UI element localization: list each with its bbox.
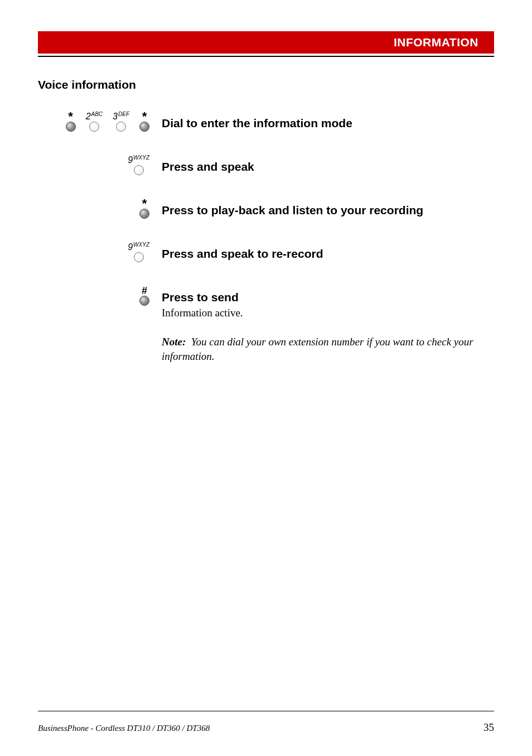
instr-row-dial: * 2ABC 3DEF * Dial to enter the informat…	[38, 113, 494, 132]
footer-page-number: 35	[483, 721, 494, 734]
key-hash: #	[139, 287, 149, 306]
key-three: 3DEF	[113, 113, 129, 132]
header-title: INFORMATION	[394, 36, 478, 49]
footer-rule	[38, 711, 494, 711]
key-nine: 9WXYZ	[128, 156, 149, 175]
instr-row-rerecord: 9WXYZ Press and speak to re-record	[38, 243, 494, 262]
key-circle-icon	[134, 252, 144, 262]
key-area: 9WXYZ	[38, 156, 149, 175]
key-area: 9WXYZ	[38, 243, 149, 262]
instr-main-text: Press to send	[162, 290, 494, 305]
key-two-letters: ABC	[91, 110, 103, 118]
key-star-symbol: *	[142, 113, 147, 121]
instr-main-text: Press and speak to re-record	[162, 247, 494, 261]
instr-row-speak: 9WXYZ Press and speak	[38, 156, 494, 175]
key-three-digit: 3	[113, 113, 118, 121]
note-text: You can dial your own extension number i…	[162, 336, 473, 362]
instr-text: Press to play-back and listen to your re…	[162, 200, 494, 218]
note-label: Note:	[162, 336, 186, 348]
key-star: *	[66, 113, 76, 132]
note-block: Note: You can dial your own extension nu…	[162, 335, 494, 363]
instruction-list: * 2ABC 3DEF * Dial to enter the informat…	[38, 113, 494, 319]
key-circle-icon	[116, 122, 126, 132]
instr-text: Dial to enter the information mode	[162, 113, 494, 131]
key-circle-icon	[89, 122, 99, 132]
instr-sub-text: Information active.	[162, 307, 494, 319]
instr-row-playback: * Press to play-back and listen to your …	[38, 200, 494, 219]
key-two-digit: 2	[86, 113, 91, 121]
header-bar: INFORMATION	[38, 31, 494, 54]
footer-row: BusinessPhone - Cordless DT310 / DT360 /…	[38, 721, 494, 734]
key-circle-icon	[139, 209, 149, 219]
footer-doc-title: BusinessPhone - Cordless DT310 / DT360 /…	[38, 724, 210, 733]
key-star: *	[139, 113, 149, 132]
section-heading: Voice information	[38, 78, 494, 92]
key-nine-digit: 9	[128, 243, 133, 251]
instr-main-text: Press to play-back and listen to your re…	[162, 203, 494, 218]
key-two: 2ABC	[86, 113, 103, 132]
key-area: #	[38, 287, 149, 306]
instr-row-send: # Press to send Information active.	[38, 287, 494, 319]
key-nine-letters: WXYZ	[133, 154, 149, 162]
key-circle-icon	[139, 296, 149, 306]
header-rule	[38, 56, 494, 57]
instr-text: Press to send Information active.	[162, 287, 494, 319]
key-nine: 9WXYZ	[128, 243, 149, 262]
key-star-symbol: *	[68, 113, 73, 121]
page-footer: BusinessPhone - Cordless DT310 / DT360 /…	[38, 711, 494, 734]
key-star-symbol: *	[142, 200, 147, 208]
key-area: *	[38, 200, 149, 219]
key-circle-icon	[134, 165, 144, 175]
key-nine-letters: WXYZ	[133, 241, 149, 249]
instr-main-text: Dial to enter the information mode	[162, 116, 494, 131]
instr-text: Press and speak	[162, 156, 494, 174]
page-container: INFORMATION Voice information * 2ABC 3DE…	[0, 0, 532, 364]
instr-main-text: Press and speak	[162, 160, 494, 174]
key-area: * 2ABC 3DEF *	[38, 113, 149, 132]
key-nine-digit: 9	[128, 156, 133, 164]
key-hash-symbol: #	[142, 287, 147, 295]
key-circle-icon	[66, 122, 76, 132]
key-circle-icon	[139, 122, 149, 132]
key-three-letters: DEF	[118, 110, 129, 118]
key-star: *	[139, 200, 149, 219]
instr-text: Press and speak to re-record	[162, 243, 494, 261]
